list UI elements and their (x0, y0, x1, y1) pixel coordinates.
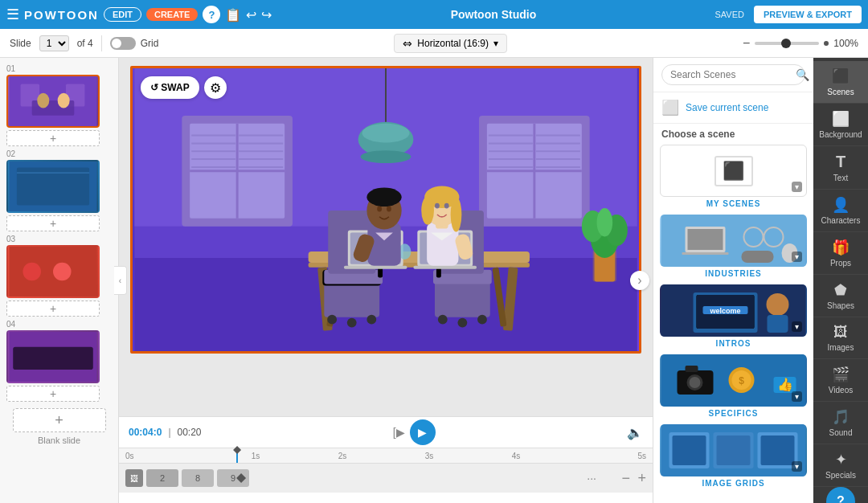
main-canvas[interactable]: ↺ SWAP ⚙ (130, 66, 641, 354)
zoom-minus[interactable]: − (743, 36, 750, 51)
ruler-2s: 2s (299, 452, 386, 460)
ratio-button[interactable]: ⇔ Horizontal (16:9) ▾ (394, 34, 507, 53)
timeline-minus[interactable]: − (621, 470, 630, 487)
notes-icon[interactable]: 📋 (225, 7, 241, 22)
track-item-8[interactable]: 8 (182, 469, 214, 487)
preview-export-button[interactable]: PREVIEW & EXPORT (754, 6, 862, 23)
slide-4-add-btn[interactable]: + (6, 386, 100, 402)
sidebar-item-images[interactable]: 🖼 Images (813, 317, 868, 359)
slide-2-add-btn[interactable]: + (6, 215, 100, 231)
next-slide-arrow[interactable]: › (630, 271, 649, 290)
zoom-slider[interactable] (755, 42, 819, 45)
grid-toggle[interactable] (110, 37, 136, 50)
sidebar-item-sound[interactable]: 🎵 Sound (813, 402, 868, 444)
slide-1-add-btn[interactable]: + (6, 130, 100, 146)
search-scenes-input[interactable] (670, 69, 791, 80)
timeline: 00:04:0 | 00:20 [▶ ▶ 🔈 0s 1s 2s 3s 4s 5s (119, 416, 653, 503)
blank-slide-button[interactable]: + (13, 408, 106, 432)
intros-thumb-wrap: welcome ▾ (660, 284, 807, 337)
sidebar-item-specials[interactable]: ✦ Specials (813, 444, 868, 487)
slide-3-add-btn[interactable]: + (6, 301, 100, 317)
ruler-5s: 5s (559, 452, 646, 460)
undo-icon[interactable]: ↩ (246, 7, 256, 22)
canvas-wrap: ↺ SWAP ⚙ (130, 66, 641, 354)
help-button[interactable]: ? (203, 6, 220, 23)
volume-button[interactable]: 🔈 (627, 425, 643, 440)
timeline-ruler: 0s 1s 2s 3s 4s 5s (119, 448, 653, 464)
sidebar-item-characters[interactable]: 👤 Characters (813, 190, 868, 232)
svg-point-91 (444, 203, 449, 209)
save-scene-row[interactable]: ⬜ Save current scene (653, 92, 813, 124)
svg-point-82 (387, 207, 391, 212)
canvas-toolbar: ↺ SWAP ⚙ (141, 76, 227, 99)
my-scenes-dropdown[interactable]: ▾ (792, 182, 802, 192)
specifics-label: SPECIFICS (653, 407, 813, 421)
sidebar-item-shapes[interactable]: ⬟ Shapes (813, 275, 868, 317)
image-grids-dropdown[interactable]: ▾ (792, 461, 802, 472)
playhead[interactable] (236, 448, 238, 463)
specials-icon: ✦ (835, 451, 847, 468)
intros-thumb[interactable]: welcome (660, 284, 807, 337)
slide-thumb-4 (6, 330, 100, 383)
sound-icon: 🎵 (832, 408, 850, 426)
images-label: Images (828, 343, 854, 352)
help-fab[interactable]: ? (826, 487, 855, 503)
ruler-1s: 1s (212, 452, 299, 460)
redo-icon[interactable]: ↪ (261, 7, 272, 22)
svg-rect-106 (742, 251, 774, 263)
ruler-4s: 4s (473, 452, 559, 460)
topbar: ☰ POWTOON EDIT CREATE ? 📋 ↩ ↪ Powtoon St… (0, 0, 868, 29)
specials-label: Specials (825, 471, 856, 480)
slide-number-select[interactable]: 1234 (39, 35, 69, 51)
edit-button[interactable]: EDIT (104, 7, 141, 22)
svg-text:welcome: welcome (709, 307, 740, 315)
sidebar-item-background[interactable]: ⬜ Background (813, 104, 868, 146)
slide-item-1[interactable]: 01 + (6, 64, 112, 146)
gear-button[interactable]: ⚙ (204, 76, 227, 99)
image-grids-thumb[interactable] (660, 424, 807, 476)
scene-category-specifics: $ 👍 ▾ SPECIFICS (653, 354, 813, 421)
slide-item-2[interactable]: 02 + (6, 149, 112, 231)
collapse-panel-button[interactable]: ‹ (114, 266, 127, 295)
slide-number-3: 03 (6, 235, 112, 243)
background-label: Background (819, 130, 862, 139)
characters-label: Characters (821, 216, 861, 225)
specifics-thumb[interactable]: $ 👍 (660, 354, 807, 407)
my-scenes-thumb[interactable]: ⬛ (660, 145, 807, 197)
play-button[interactable]: ▶ (410, 419, 436, 445)
specifics-dropdown[interactable]: ▾ (792, 391, 802, 402)
swap-button[interactable]: ↺ SWAP (141, 76, 199, 99)
svg-point-48 (361, 150, 411, 163)
sidebar-item-props[interactable]: 🎁 Props (813, 232, 868, 275)
svg-rect-132 (761, 436, 795, 465)
industries-thumb-wrap: ▾ (660, 215, 807, 267)
create-button[interactable]: CREATE (146, 8, 198, 21)
svg-rect-13 (13, 347, 93, 370)
slide-item-4[interactable]: 04 + (6, 320, 112, 402)
svg-point-62 (366, 315, 376, 325)
choose-scene-label: Choose a scene (653, 124, 813, 145)
sidebar-item-text[interactable]: T Text (813, 146, 868, 190)
svg-point-11 (53, 263, 72, 281)
slide-panel: 01 + 02 (0, 58, 119, 503)
logo: POWTOON (24, 8, 99, 22)
intros-dropdown[interactable]: ▾ (792, 321, 802, 332)
canvas-area: ↺ SWAP ⚙ › 00:04:0 | 00:20 [▶ ▶ 🔈 (119, 58, 653, 503)
more-dots: ··· (587, 472, 596, 485)
svg-point-80 (366, 187, 401, 207)
sidebar-item-videos[interactable]: 🎬 Videos (813, 359, 868, 402)
ruler-3s: 3s (386, 452, 473, 460)
hamburger-icon[interactable]: ☰ (6, 6, 19, 23)
timeline-plus[interactable]: + (637, 470, 646, 487)
industries-dropdown[interactable]: ▾ (792, 251, 802, 262)
slide-thumb-1 (6, 75, 100, 128)
industries-thumb[interactable] (660, 215, 807, 267)
scenes-icon: ⬛ (832, 67, 850, 85)
sidebar-item-scenes[interactable]: ⬛ Scenes (813, 61, 868, 104)
track-item-2[interactable]: 2 (146, 469, 178, 487)
total-time: 00:20 (178, 427, 202, 438)
slide-item-3[interactable]: 03 + (6, 235, 112, 317)
blank-slide-label: Blank slide (38, 436, 80, 445)
svg-point-89 (451, 197, 462, 231)
ratio-dropdown-icon: ▾ (493, 38, 498, 49)
